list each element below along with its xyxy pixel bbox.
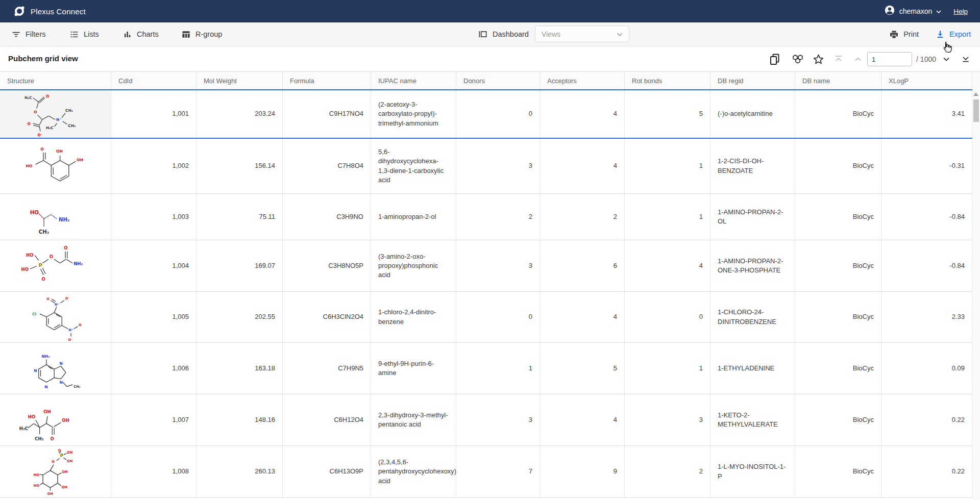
rgroup-button[interactable]: R-group xyxy=(181,22,222,46)
cell-db_name[interactable]: BioCyc xyxy=(795,194,881,240)
cell-donors[interactable]: 3 xyxy=(456,240,540,291)
structure-image[interactable]: OHOOHOH xyxy=(6,142,106,191)
cell-db_name[interactable]: BioCyc xyxy=(795,292,881,342)
column-header-rot_bonds[interactable]: Rot bonds xyxy=(625,72,710,89)
export-button[interactable]: Export xyxy=(936,22,971,46)
structure-image[interactable]: HONH₂CH₃ xyxy=(6,195,106,239)
structure-image[interactable]: H₃COON⁺CH₃CH₃H₃COO⁻ xyxy=(6,91,106,137)
cell-xlogp[interactable]: -0.84 xyxy=(881,240,972,291)
cell-iupac[interactable]: 9-ethyl-9H-purin-6-amine xyxy=(371,343,456,394)
cell-donors[interactable]: 0 xyxy=(456,90,540,138)
cell-db_name[interactable]: BioCyc xyxy=(795,240,881,291)
cell-donors[interactable]: 1 xyxy=(456,343,540,394)
structure-image[interactable]: OPOOHOHHOHOOHOHOH xyxy=(6,447,106,496)
last-page-icon[interactable] xyxy=(961,54,971,64)
cell-rot_bonds[interactable]: 3 xyxy=(625,394,710,445)
cell-acceptors[interactable]: 4 xyxy=(540,90,625,138)
column-header-donors[interactable]: Donors xyxy=(456,72,540,89)
cell-db_regid[interactable]: 1-AMINO-PROPAN-2-OL xyxy=(710,194,795,240)
cell-formula[interactable]: C3H8NO5P xyxy=(283,240,371,291)
cell-structure[interactable]: HONH₂CH₃ xyxy=(0,194,111,240)
cell-rot_bonds[interactable]: 1 xyxy=(625,343,710,394)
column-header-xlogp[interactable]: XLogP xyxy=(881,72,972,89)
cell-mol_weight[interactable]: 202.55 xyxy=(197,292,283,342)
structure-image[interactable]: NNNNNH₂CH₃ xyxy=(6,344,106,393)
cell-iupac[interactable]: 1-chloro-2,4-dinitro-benzene xyxy=(371,292,456,342)
cell-xlogp[interactable]: -0.31 xyxy=(881,139,972,193)
cell-cdid[interactable]: 1,003 xyxy=(111,194,197,240)
column-header-db_regid[interactable]: DB regid xyxy=(710,72,795,89)
lists-button[interactable]: Lists xyxy=(69,22,99,46)
scrollbar-thumb[interactable] xyxy=(973,99,979,122)
cell-donors[interactable]: 3 xyxy=(456,394,540,445)
cell-rot_bonds[interactable]: 4 xyxy=(625,240,710,291)
cell-iupac[interactable]: 1-aminopropan-2-ol xyxy=(371,194,456,240)
next-page-icon[interactable] xyxy=(941,54,951,64)
table-row[interactable]: ClN⁺OO⁻N⁺OO⁻1,005202.55C6H3ClN2O41-chlor… xyxy=(0,292,972,343)
print-button[interactable]: Print xyxy=(889,22,919,46)
cell-xlogp[interactable]: 0.22 xyxy=(881,446,972,497)
molecule-icon[interactable] xyxy=(791,53,804,65)
copy-icon[interactable] xyxy=(769,53,781,65)
cell-acceptors[interactable]: 2 xyxy=(540,194,625,240)
cell-formula[interactable]: C6H12O4 xyxy=(283,394,371,445)
cell-xlogp[interactable]: -0.84 xyxy=(881,194,972,240)
cell-acceptors[interactable]: 5 xyxy=(540,343,625,394)
structure-image[interactable]: HOHOPOOONH₂ xyxy=(6,242,106,290)
table-row[interactable]: OHOOHOH1,002156.14C7H8O45,6-dihydroxycyc… xyxy=(0,139,972,194)
cell-formula[interactable]: C6H3ClN2O4 xyxy=(283,292,371,342)
cell-db_regid[interactable]: 1-AMINO-PROPAN-2-ONE-3-PHOSPHATE xyxy=(710,240,795,291)
cell-rot_bonds[interactable]: 1 xyxy=(625,194,710,240)
cell-mol_weight[interactable]: 75.11 xyxy=(197,194,283,240)
cell-cdid[interactable]: 1,002 xyxy=(111,139,197,193)
cell-mol_weight[interactable]: 203.24 xyxy=(197,90,283,138)
cell-structure[interactable]: OPOOHOHHOHOOHOHOH xyxy=(0,446,111,497)
column-header-acceptors[interactable]: Acceptors xyxy=(540,72,625,89)
table-row[interactable]: HONH₂CH₃1,00375.11C3H9NO1-aminopropan-2-… xyxy=(0,194,972,240)
scroll-up-arrow[interactable] xyxy=(973,92,978,96)
table-row[interactable]: OPOOHOHHOHOOHOHOH1,008260.13C6H13O9P(2,3… xyxy=(0,446,972,498)
cell-formula[interactable]: C3H9NO xyxy=(283,194,371,240)
cell-rot_bonds[interactable]: 1 xyxy=(625,139,710,193)
cell-structure[interactable]: OHOOHOH xyxy=(0,139,111,193)
cell-db_regid[interactable]: (-)o-acetylcarnitine xyxy=(710,90,795,138)
cell-acceptors[interactable]: 9 xyxy=(540,446,625,497)
cell-acceptors[interactable]: 6 xyxy=(540,240,625,291)
cell-structure[interactable]: NNNNNH₂CH₃ xyxy=(0,343,111,394)
cell-acceptors[interactable]: 4 xyxy=(540,139,625,193)
cell-structure[interactable]: ClN⁺OO⁻N⁺OO⁻ xyxy=(0,292,111,342)
cell-structure[interactable]: H₃COON⁺CH₃CH₃H₃COO⁻ xyxy=(0,90,111,138)
cell-formula[interactable]: C7H9N5 xyxy=(283,343,371,394)
table-row[interactable]: H₃COON⁺CH₃CH₃H₃COO⁻1,001203.24C9H17NO4(2… xyxy=(0,89,972,139)
column-header-formula[interactable]: Formula xyxy=(283,72,371,89)
cell-acceptors[interactable]: 4 xyxy=(540,394,625,445)
cell-iupac[interactable]: 2,3-dihydroxy-3-methyl-pentanoic acid xyxy=(371,394,456,445)
column-header-structure[interactable]: Structure xyxy=(0,72,111,89)
dashboard-button[interactable]: Dashboard xyxy=(478,22,529,46)
table-row[interactable]: NNNNNH₂CH₃1,006163.18C7H9N59-ethyl-9H-pu… xyxy=(0,343,972,394)
cell-rot_bonds[interactable]: 5 xyxy=(625,90,710,138)
cell-iupac[interactable]: (2,3,4,5,6-pentahydroxycyclohexoxy) acid xyxy=(371,446,456,497)
cell-cdid[interactable]: 1,001 xyxy=(111,90,197,138)
cell-formula[interactable]: C6H13O9P xyxy=(283,446,371,497)
filters-button[interactable]: Filters xyxy=(11,22,45,46)
column-header-db_name[interactable]: DB name xyxy=(795,72,881,89)
cell-db_regid[interactable]: 1-2-CIS-DI-OH-BENZOATE xyxy=(710,139,795,193)
column-header-cdid[interactable]: CdId xyxy=(111,72,197,89)
cell-db_name[interactable]: BioCyc xyxy=(795,343,881,394)
cell-db_regid[interactable]: 1-L-MYO-INOSITOL-1-P xyxy=(710,446,795,497)
cell-iupac[interactable]: (3-amino-2-oxo-propoxy)phosphonic acid xyxy=(371,240,456,291)
previous-page-icon[interactable] xyxy=(853,54,863,64)
table-row[interactable]: H₃CCH₃HOOHOOH1,007148.16C6H12O42,3-dihyd… xyxy=(0,394,972,446)
views-select[interactable]: Views xyxy=(535,26,629,42)
favorite-star-icon[interactable] xyxy=(813,54,824,65)
cell-db_regid[interactable]: 1-KETO-2-METHYLVALERATE xyxy=(710,394,795,445)
cell-db_regid[interactable]: 1-CHLORO-24-DINITROBENZENE xyxy=(710,292,795,342)
cell-mol_weight[interactable]: 169.07 xyxy=(197,240,283,291)
column-header-iupac[interactable]: IUPAC name xyxy=(371,72,456,89)
column-header-mol_weight[interactable]: Mol Weight xyxy=(197,72,283,89)
cell-donors[interactable]: 0 xyxy=(456,292,540,342)
structure-image[interactable]: H₃CCH₃HOOHOOH xyxy=(6,396,106,444)
cell-cdid[interactable]: 1,008 xyxy=(111,446,197,497)
page-number-input[interactable] xyxy=(867,52,912,66)
